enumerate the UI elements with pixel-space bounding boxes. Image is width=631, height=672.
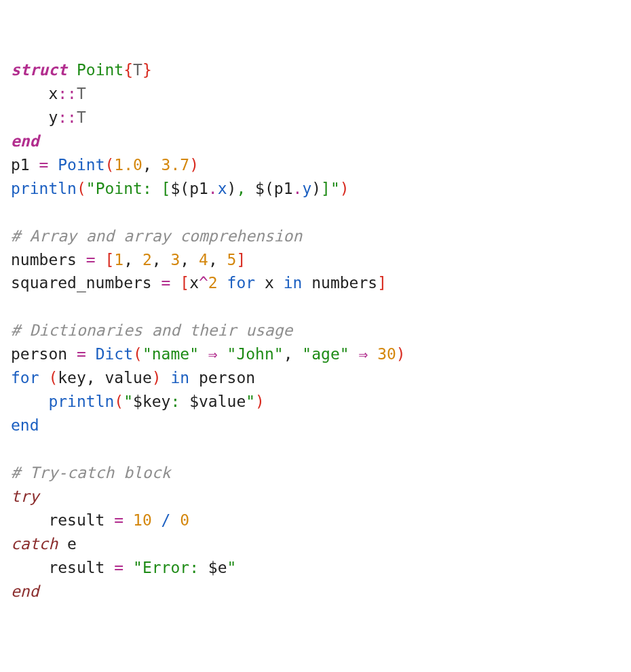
code-line: # Dictionaries and their usage — [11, 321, 292, 339]
paren-open: ( — [77, 180, 86, 197]
field-name: x — [11, 85, 58, 102]
string-literal: , — [236, 180, 255, 197]
code-line: end — [11, 416, 39, 434]
code-line: end — [11, 582, 39, 600]
code-line: y::T — [11, 108, 86, 126]
function-call: println — [48, 393, 114, 410]
identifier: x — [265, 274, 284, 292]
operator-assign: = — [77, 345, 86, 363]
paren-close: ) — [189, 156, 199, 174]
property: y — [302, 180, 311, 197]
string-close: " — [227, 559, 237, 576]
string-literal: "John" — [227, 345, 284, 363]
space — [96, 251, 105, 269]
bracket-close: ] — [377, 274, 387, 292]
dot-operator: . — [208, 180, 218, 197]
code-block: struct Point{T} x::T y::T end p1 = Point… — [11, 58, 620, 604]
code-line: catch e — [11, 535, 77, 553]
identifier: numbers — [302, 274, 377, 292]
string-literal: : — [170, 393, 189, 410]
keyword-end: end — [11, 582, 39, 600]
code-line: println("$key: $value") — [11, 393, 265, 410]
number-literal: 1.0 — [114, 156, 142, 174]
operator-power: ^ — [199, 274, 208, 292]
paren-open: ( — [133, 345, 142, 363]
paren-open: ( — [48, 369, 58, 387]
constructor-call: Point — [48, 156, 104, 174]
function-call: println — [11, 180, 77, 197]
bracket-open: [ — [105, 251, 115, 269]
comma: , — [180, 251, 199, 269]
number-literal: 3.7 — [161, 156, 190, 174]
operator-assign: = — [86, 251, 96, 269]
keyword-catch: catch — [11, 535, 58, 553]
code-line: result = "Error: $e" — [11, 559, 236, 576]
code-line: # Try-catch block — [11, 464, 170, 481]
identifier: result — [11, 511, 114, 529]
type-annotation: :: — [58, 85, 77, 102]
indent — [11, 393, 48, 410]
number-literal: 5 — [227, 251, 237, 269]
operator-assign: = — [114, 511, 123, 529]
string-open: " — [123, 393, 133, 410]
keyword-end: end — [11, 416, 39, 434]
operator-pair: ⇒ — [349, 345, 378, 363]
paren-close: ) — [340, 180, 349, 197]
operator-assign: = — [39, 156, 49, 174]
keyword-try: try — [11, 488, 39, 505]
dot-operator: . — [293, 180, 303, 197]
string-interp: $key — [133, 393, 170, 410]
constructor-call: Dict — [86, 345, 133, 363]
blank-line — [11, 203, 20, 221]
space — [39, 369, 49, 387]
brace-open: { — [123, 61, 133, 79]
comma: , — [284, 345, 303, 363]
string-interp: $value — [189, 393, 246, 410]
operator-pair: ⇒ — [199, 345, 227, 363]
number-literal: 30 — [377, 345, 396, 363]
keyword-end: end — [11, 132, 39, 150]
string-interp-close: ) — [227, 180, 237, 197]
field-name: y — [11, 108, 58, 126]
string-literal: "Error: — [133, 559, 208, 576]
space — [123, 559, 133, 576]
paren-close: ) — [152, 369, 161, 387]
string-interp-close: ) — [311, 180, 321, 197]
number-literal: 2 — [142, 251, 152, 269]
number-literal: 4 — [199, 251, 208, 269]
code-line: end — [11, 132, 39, 150]
comment: # Try-catch block — [11, 464, 170, 481]
identifier: numbers — [11, 251, 86, 269]
blank-line — [11, 440, 20, 458]
string-interp: $e — [208, 559, 227, 576]
code-line: p1 = Point(1.0, 3.7) — [11, 156, 199, 174]
code-line: x::T — [11, 85, 86, 102]
keyword-in: in — [161, 369, 199, 387]
identifier: result — [11, 559, 114, 576]
bracket-close: ] — [236, 251, 246, 269]
comma: , — [208, 251, 227, 269]
property: x — [218, 180, 227, 197]
keyword-for: for — [11, 369, 39, 387]
identifier: squared_numbers — [11, 274, 161, 292]
paren-close: ) — [396, 345, 406, 363]
identifier: p1 — [11, 156, 39, 174]
comma: , — [142, 156, 161, 174]
number-literal: 1 — [114, 251, 123, 269]
code-line: println("Point: [$(p1.x), $(p1.y)]") — [11, 180, 349, 197]
paren-close: ) — [255, 393, 265, 410]
identifier: person — [11, 345, 77, 363]
type-param: T — [133, 61, 142, 79]
code-line: try — [11, 488, 39, 505]
string-close: " — [246, 393, 255, 410]
bracket-open: [ — [180, 274, 189, 292]
blank-line — [11, 298, 20, 315]
code-line: squared_numbers = [x^2 for x in numbers] — [11, 274, 387, 292]
keyword-for: for — [218, 274, 265, 292]
string-interp: $( — [170, 180, 189, 197]
string-literal: "age" — [302, 345, 349, 363]
type-annotation: :: — [58, 108, 77, 126]
string-literal: "Point: [ — [86, 180, 171, 197]
code-line: numbers = [1, 2, 3, 4, 5] — [11, 251, 246, 269]
number-literal: 0 — [180, 511, 189, 529]
